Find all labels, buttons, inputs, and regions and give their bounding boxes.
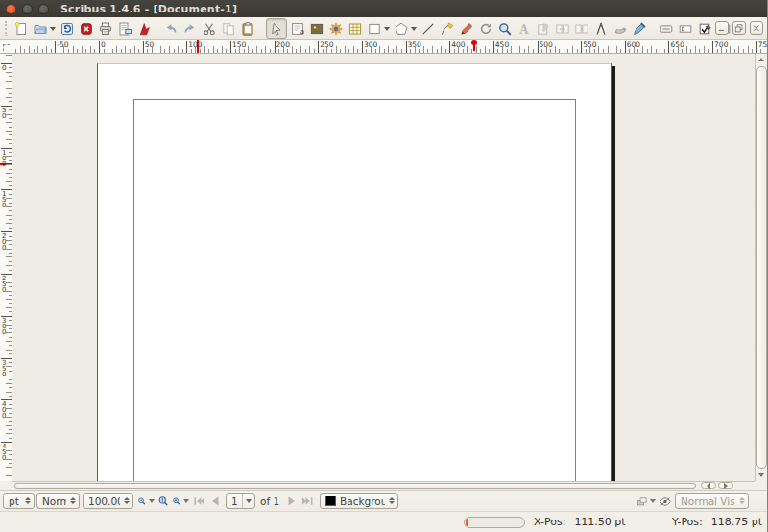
measurements-button[interactable]	[592, 19, 610, 38]
insert-text-frame-button[interactable]: a	[289, 19, 306, 38]
document-canvas[interactable]	[12, 54, 755, 481]
h-ruler-tick	[668, 41, 669, 53]
h-ruler-tick	[331, 49, 332, 53]
pdf-push-button-button[interactable]	[658, 19, 675, 38]
eye-dropper-button[interactable]	[631, 19, 648, 38]
unit-selector[interactable]: pt	[3, 493, 35, 509]
preview-mode-button[interactable]	[658, 494, 673, 509]
v-ruler-tick	[6, 433, 12, 434]
quality-selector[interactable]: Normal	[36, 493, 80, 509]
layer-spinner[interactable]	[385, 497, 395, 505]
zoom-level-spinbox[interactable]: 100.00 %	[83, 493, 133, 509]
insert-shape-dropdown[interactable]	[384, 27, 390, 31]
copy-item-properties-button[interactable]	[612, 19, 629, 38]
cut-button[interactable]	[201, 19, 218, 38]
insert-bezier-curve-button[interactable]	[439, 19, 456, 38]
page-shadow	[612, 66, 615, 481]
h-ruler-tick	[265, 46, 266, 53]
insert-freehand-line-button[interactable]	[458, 19, 475, 38]
insert-table-button[interactable]	[347, 19, 364, 38]
layer-indicator-dropdown[interactable]	[650, 499, 656, 503]
v-ruler-tick	[6, 181, 12, 182]
v-ruler-tick	[9, 253, 12, 254]
vertical-ruler[interactable]: 05 01 0 01 5 02 0 02 5 03 0 03 5 04 0 04…	[0, 54, 12, 481]
close-document-button[interactable]	[78, 19, 95, 38]
h-ruler-tick	[256, 46, 257, 53]
insert-polygon-dropdown[interactable]	[411, 27, 417, 31]
redo-button[interactable]	[181, 19, 199, 38]
redo-icon	[182, 21, 198, 36]
open-document-button[interactable]	[32, 19, 57, 38]
window-close-button[interactable]	[6, 4, 16, 14]
titlebar[interactable]: Scribus 1.4.6 - [Document-1]	[0, 0, 767, 17]
v-ruler-tick	[6, 408, 12, 409]
page-dropdown[interactable]	[242, 494, 254, 508]
pdf-text-field-button[interactable]	[677, 19, 694, 38]
horizontal-scrollbar-thumb[interactable]	[14, 483, 696, 489]
zoom-button[interactable]	[496, 19, 514, 38]
open-document-dropdown[interactable]	[50, 27, 56, 31]
scroll-left-button[interactable]	[701, 482, 716, 489]
svg-text:a: a	[300, 27, 304, 35]
h-ruler-tick	[42, 49, 43, 53]
insert-polygon-button[interactable]	[393, 19, 418, 38]
save-as-pdf-button[interactable]	[135, 19, 153, 38]
v-ruler-tick	[9, 101, 12, 102]
scroll-down-button[interactable]	[756, 470, 767, 481]
toolbar-overflow-button[interactable]: »	[705, 21, 711, 34]
h-ruler-tick	[493, 41, 494, 53]
zoom-100-button[interactable]	[156, 494, 170, 509]
v-ruler-tick	[9, 185, 12, 186]
preflight-verifier-button[interactable]	[116, 19, 133, 38]
h-ruler-tick	[756, 41, 757, 53]
minimize-document-button[interactable]	[715, 21, 729, 35]
vertical-scrollbar-thumb[interactable]	[756, 66, 767, 469]
v-ruler-tick	[6, 366, 12, 367]
h-ruler-tick	[415, 46, 416, 53]
zoom-out-dropdown[interactable]	[149, 499, 155, 503]
toolbar-handle[interactable]	[5, 21, 10, 36]
v-ruler-tick	[6, 72, 12, 73]
unit-spinner[interactable]	[21, 497, 31, 505]
zoom-out-button[interactable]	[137, 494, 155, 509]
scroll-right-button[interactable]	[718, 482, 733, 489]
h-ruler-tick	[147, 49, 148, 53]
window-maximize-button[interactable]	[38, 4, 49, 14]
new-document-button[interactable]	[12, 19, 30, 38]
zoom-in-dropdown[interactable]	[183, 499, 189, 503]
zoom-spinner[interactable]	[120, 497, 130, 505]
h-ruler-tick	[586, 49, 587, 53]
page-selector[interactable]: 1	[226, 493, 255, 509]
vertical-scrollbar[interactable]	[755, 54, 767, 481]
horizontal-scrollbar[interactable]	[12, 481, 755, 490]
layer-selector[interactable]: Background	[320, 493, 398, 509]
undo-button[interactable]	[162, 19, 180, 38]
h-ruler-tick	[406, 41, 407, 53]
scroll-up-button[interactable]	[756, 54, 767, 65]
v-ruler-tick	[6, 164, 12, 165]
h-ruler-tick	[275, 41, 276, 53]
ruler-origin[interactable]	[0, 40, 12, 54]
h-ruler-tick	[134, 46, 135, 53]
window-minimize-button[interactable]	[22, 4, 33, 14]
insert-image-frame-button[interactable]	[308, 19, 325, 38]
horizontal-ruler[interactable]: -500501001502002503003504004505005506006…	[12, 40, 767, 54]
zoom-in-button[interactable]	[172, 494, 189, 509]
insert-shape-button[interactable]	[366, 19, 391, 38]
v-ruler-tick	[9, 472, 12, 472]
layer-indicator-button[interactable]	[636, 494, 656, 509]
rotate-item-button[interactable]	[477, 19, 494, 38]
h-ruler-tick	[589, 46, 590, 53]
shape-icon	[367, 21, 382, 36]
save-document-button[interactable]	[59, 19, 76, 38]
close-document-window-button[interactable]	[750, 21, 763, 35]
print-document-button[interactable]	[97, 19, 114, 38]
h-ruler-tick	[116, 46, 117, 53]
insert-render-frame-button[interactable]	[327, 19, 345, 38]
restore-document-button[interactable]	[732, 21, 746, 35]
folder-open-icon	[33, 21, 48, 36]
paste-button[interactable]	[239, 19, 256, 38]
quality-spinner[interactable]	[66, 497, 76, 505]
insert-line-button[interactable]	[420, 19, 437, 38]
select-item-button[interactable]	[266, 18, 287, 39]
